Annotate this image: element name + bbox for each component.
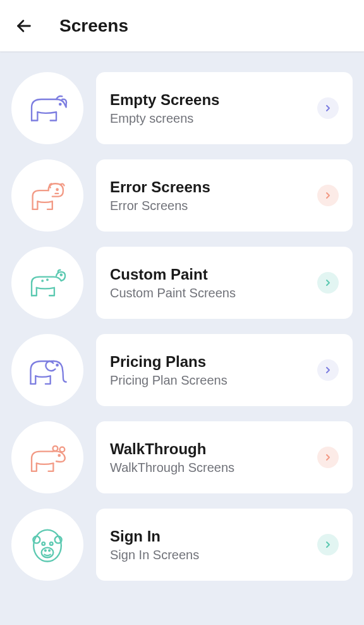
svg-point-10 bbox=[33, 530, 61, 562]
item-icon-circle bbox=[11, 247, 83, 319]
card-subtitle: WalkThrough Screens bbox=[110, 461, 234, 475]
chevron-right-icon bbox=[317, 534, 339, 555]
card-text: Custom Paint Custom Paint Screens bbox=[110, 266, 236, 300]
card-title: Empty Screens bbox=[110, 91, 219, 109]
svg-point-6 bbox=[56, 364, 58, 366]
svg-point-1 bbox=[59, 104, 61, 105]
card-subtitle: Empty screens bbox=[110, 111, 219, 126]
chevron-right-icon bbox=[317, 185, 339, 206]
page-title: Screens bbox=[59, 16, 128, 36]
card-walkthrough[interactable]: WalkThrough WalkThrough Screens bbox=[96, 421, 353, 493]
chevron-right-icon bbox=[317, 359, 339, 381]
card-title: WalkThrough bbox=[110, 440, 234, 458]
lion-icon bbox=[23, 171, 72, 220]
card-subtitle: Error Screens bbox=[110, 199, 210, 213]
hippo-icon bbox=[23, 433, 72, 482]
card-text: Sign In Sign In Screens bbox=[110, 528, 199, 562]
card-empty-screens[interactable]: Empty Screens Empty screens bbox=[96, 72, 353, 144]
card-title: Custom Paint bbox=[110, 266, 236, 283]
gorilla-icon bbox=[23, 520, 72, 569]
header: Screens bbox=[0, 0, 364, 52]
svg-point-3 bbox=[61, 274, 62, 275]
svg-point-13 bbox=[42, 542, 45, 545]
chevron-right-icon bbox=[317, 447, 339, 468]
list-item: Error Screens Error Screens bbox=[11, 159, 353, 232]
svg-point-8 bbox=[60, 447, 65, 452]
list-item: WalkThrough WalkThrough Screens bbox=[11, 421, 353, 493]
chevron-right-icon bbox=[317, 272, 339, 294]
svg-point-2 bbox=[56, 189, 58, 190]
card-custom-paint[interactable]: Custom Paint Custom Paint Screens bbox=[96, 247, 353, 319]
screens-list: Empty Screens Empty screens Err bbox=[0, 52, 364, 592]
card-subtitle: Pricing Plan Screens bbox=[110, 373, 228, 388]
card-text: WalkThrough WalkThrough Screens bbox=[110, 440, 234, 475]
card-text: Empty Screens Empty screens bbox=[110, 91, 219, 126]
svg-point-14 bbox=[50, 542, 53, 545]
svg-point-7 bbox=[53, 446, 58, 451]
card-title: Pricing Plans bbox=[110, 353, 228, 371]
chevron-right-icon bbox=[317, 97, 339, 119]
item-icon-circle bbox=[11, 334, 83, 406]
card-subtitle: Sign In Screens bbox=[110, 548, 199, 562]
list-item: Custom Paint Custom Paint Screens bbox=[11, 247, 353, 319]
list-item: Sign In Sign In Screens bbox=[11, 509, 353, 581]
back-button[interactable] bbox=[11, 13, 37, 39]
item-icon-circle bbox=[11, 509, 83, 581]
item-icon-circle bbox=[11, 159, 83, 232]
card-error-screens[interactable]: Error Screens Error Screens bbox=[96, 159, 353, 232]
svg-point-17 bbox=[49, 550, 50, 551]
item-icon-circle bbox=[11, 72, 83, 144]
rhino-icon bbox=[23, 84, 72, 133]
list-item: Empty Screens Empty screens bbox=[11, 72, 353, 144]
list-item: Pricing Plans Pricing Plan Screens bbox=[11, 334, 353, 406]
card-sign-in[interactable]: Sign In Sign In Screens bbox=[96, 509, 353, 581]
card-pricing-plans[interactable]: Pricing Plans Pricing Plan Screens bbox=[96, 334, 353, 406]
card-subtitle: Custom Paint Screens bbox=[110, 286, 236, 300]
arrow-left-icon bbox=[15, 17, 33, 35]
item-icon-circle bbox=[11, 421, 83, 493]
svg-point-5 bbox=[47, 280, 48, 281]
cheetah-icon bbox=[23, 258, 72, 307]
elephant-icon bbox=[23, 345, 72, 395]
card-text: Pricing Plans Pricing Plan Screens bbox=[110, 353, 228, 388]
svg-point-9 bbox=[59, 455, 60, 456]
svg-point-16 bbox=[45, 550, 46, 551]
card-text: Error Screens Error Screens bbox=[110, 178, 210, 213]
card-title: Sign In bbox=[110, 528, 199, 545]
card-title: Error Screens bbox=[110, 178, 210, 196]
svg-point-4 bbox=[42, 280, 43, 282]
